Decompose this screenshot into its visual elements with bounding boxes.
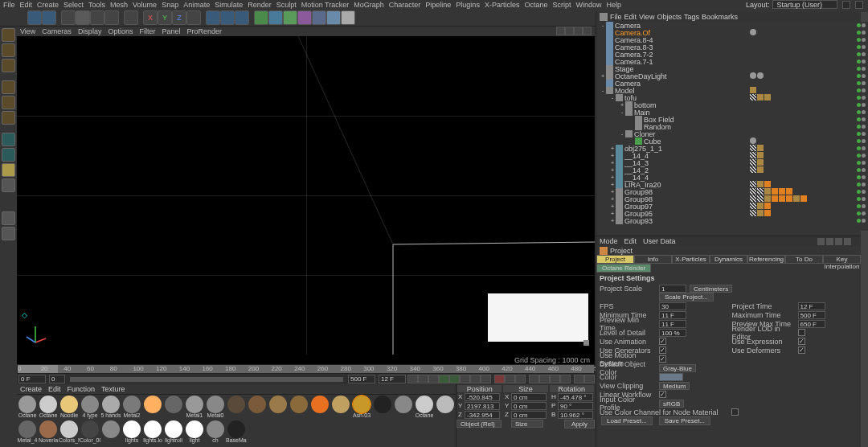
main-menu-item[interactable]: MoGraph xyxy=(354,1,384,9)
vp-zoom-icon[interactable] xyxy=(565,27,574,35)
prev-frame-button[interactable] xyxy=(428,375,439,383)
scale-button[interactable] xyxy=(90,10,104,25)
main-menu-item[interactable]: Create xyxy=(37,1,59,9)
tag-icon[interactable] xyxy=(750,159,756,166)
tag-icon[interactable] xyxy=(750,152,756,158)
tag-icon[interactable] xyxy=(757,145,764,151)
coord-mode-dropdown[interactable]: Object (Rel) xyxy=(457,420,502,428)
tag-icon[interactable] xyxy=(757,94,764,100)
attr-tab[interactable]: Key Interpolation xyxy=(823,255,861,264)
key-opt-button[interactable] xyxy=(584,375,595,383)
attr-menu-item[interactable]: Mode xyxy=(600,237,618,245)
material-swatch[interactable]: Metal0 xyxy=(205,395,226,420)
c-button[interactable] xyxy=(2,211,15,225)
tag-icon[interactable] xyxy=(750,188,756,195)
main-menu-item[interactable]: Animate xyxy=(183,1,210,9)
material-swatch[interactable] xyxy=(247,395,268,420)
viewport-menu-item[interactable]: Panel xyxy=(162,27,180,35)
tag-icon[interactable] xyxy=(757,188,764,195)
udef-check[interactable] xyxy=(798,347,805,354)
render-view-button[interactable] xyxy=(206,10,220,25)
material-swatch[interactable]: Metal1 xyxy=(184,395,205,420)
time-current-field[interactable]: 12 F xyxy=(379,375,406,383)
material-swatch[interactable] xyxy=(330,395,351,420)
prev-key-button[interactable] xyxy=(418,375,428,383)
uexp-check[interactable] xyxy=(798,338,805,345)
layout-prev-icon[interactable] xyxy=(842,1,850,9)
tag-icon[interactable] xyxy=(786,188,792,195)
om-menu-item[interactable]: Edit xyxy=(624,13,637,21)
lod-field[interactable]: 100 % xyxy=(659,329,686,337)
viewport-3d[interactable]: ◇ xyxy=(17,36,595,355)
material-menu-item[interactable]: Texture xyxy=(101,385,125,393)
poly-mode-button[interactable] xyxy=(2,111,15,125)
max-field[interactable]: 500 F xyxy=(798,311,825,319)
tag-icon[interactable] xyxy=(750,137,756,144)
tag-icon[interactable] xyxy=(764,195,771,202)
tag-icon[interactable] xyxy=(757,166,764,173)
layout-dropdown[interactable]: Startup (User) xyxy=(772,0,837,9)
time-end-field[interactable]: 500 F xyxy=(348,375,375,383)
render-settings-button[interactable] xyxy=(235,10,249,25)
main-menu-item[interactable]: Sculpt xyxy=(276,1,297,9)
deformer-button[interactable] xyxy=(297,10,312,25)
apply-button[interactable]: Apply xyxy=(564,420,595,429)
main-menu-item[interactable]: Help xyxy=(606,1,621,9)
main-menu-item[interactable]: Plugins xyxy=(456,1,480,9)
viewport-menu-item[interactable]: Display xyxy=(78,27,102,35)
tag-icon[interactable] xyxy=(750,87,756,93)
next-key-button[interactable] xyxy=(470,375,481,383)
material-swatch[interactable]: lights.lo xyxy=(142,420,163,445)
viewport-menu-item[interactable]: Cameras xyxy=(42,27,72,35)
tag-icon[interactable] xyxy=(772,188,778,195)
goto-end-button[interactable] xyxy=(481,375,491,383)
rotate-button[interactable] xyxy=(104,10,119,25)
tag-icon[interactable] xyxy=(764,181,771,187)
icp-dropdown[interactable]: sRGB xyxy=(659,400,684,408)
material-swatch[interactable]: Ash-03 xyxy=(351,395,372,420)
lw-check[interactable] xyxy=(659,391,666,398)
recent-tools-button[interactable] xyxy=(124,10,138,25)
doc-dropdown[interactable]: Gray-Blue xyxy=(659,364,696,372)
size-mode-dropdown[interactable]: Size xyxy=(511,420,543,428)
attr-menu-item[interactable]: User Data xyxy=(643,237,676,245)
point-mode-button[interactable] xyxy=(2,96,15,109)
viewport-menu-item[interactable]: Options xyxy=(108,27,133,35)
tag-icon[interactable] xyxy=(779,188,785,195)
color-swatch[interactable] xyxy=(659,373,683,381)
save-preset-button[interactable]: Save Preset... xyxy=(659,416,710,425)
tag-icon[interactable] xyxy=(764,203,771,209)
main-menu-item[interactable]: Simulate xyxy=(215,1,243,9)
record-button[interactable] xyxy=(494,375,505,383)
vp-pan-icon[interactable] xyxy=(556,27,565,35)
texture-mode-button[interactable] xyxy=(2,43,15,57)
material-swatch[interactable]: BaseMat xyxy=(226,420,247,445)
material-swatch[interactable]: Noodle xyxy=(59,395,80,420)
coord-field[interactable]: 0 cm xyxy=(511,402,547,410)
om-menu-item[interactable]: Objects xyxy=(657,13,682,21)
live-select-button[interactable] xyxy=(61,10,76,25)
main-menu-item[interactable]: Script xyxy=(552,1,571,9)
project-scale-unit[interactable]: Centimeters xyxy=(690,285,732,293)
attr-lock-icon[interactable] xyxy=(844,238,851,245)
pmin-field[interactable]: 11 F xyxy=(659,320,686,328)
vp-rotate-icon[interactable] xyxy=(574,27,583,35)
tag-icon[interactable] xyxy=(750,94,756,100)
ucc-check[interactable] xyxy=(731,408,739,416)
vp-toggle-icon[interactable] xyxy=(583,27,592,35)
uanim-check[interactable] xyxy=(659,338,666,345)
attr-tab[interactable]: Info xyxy=(634,255,672,264)
main-menu-item[interactable]: Volume xyxy=(133,1,157,9)
main-menu-item[interactable]: Mesh xyxy=(110,1,128,9)
tag-icon[interactable] xyxy=(757,159,764,166)
keysel-button[interactable] xyxy=(515,375,526,383)
env-button[interactable] xyxy=(312,10,326,25)
fps-field[interactable]: 30 xyxy=(659,302,686,310)
main-menu-item[interactable]: Window xyxy=(575,1,601,9)
tag-icon[interactable] xyxy=(786,195,792,202)
material-swatch[interactable] xyxy=(309,395,330,420)
main-menu-item[interactable]: Pipeline xyxy=(425,1,451,9)
tag-icon[interactable] xyxy=(750,181,756,187)
redo-button[interactable] xyxy=(42,10,56,25)
tag-icon[interactable] xyxy=(757,195,764,202)
